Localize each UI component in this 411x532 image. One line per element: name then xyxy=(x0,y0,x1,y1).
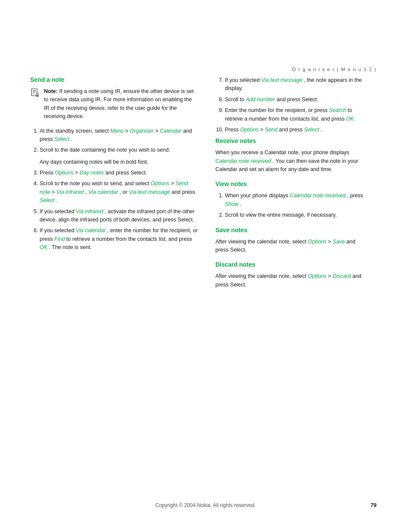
save-notes-para: After viewing the calendar note, select … xyxy=(215,238,366,255)
note-bold: Note: xyxy=(44,88,58,94)
step-5-link1: Via infrared xyxy=(76,208,103,215)
right-step-8-link: Add number xyxy=(246,96,275,103)
steps-list-2: Press Options > Day notes and press Sele… xyxy=(30,169,198,252)
right-step-7-link: Via text message xyxy=(261,77,302,83)
right-column: If you selected Via text message , the n… xyxy=(215,76,366,296)
view-notes-section: View notes When your phone displays Cale… xyxy=(215,180,366,219)
step-3-link1: Options xyxy=(55,170,73,176)
discard-notes-title: Discard notes xyxy=(215,261,366,268)
steps-list: At the standby screen, select Menu > Org… xyxy=(30,127,198,155)
step-6-link3: OK xyxy=(40,244,47,250)
right-step-10-link3: Select xyxy=(304,127,319,133)
step-6-link1: Via calendar xyxy=(76,227,106,233)
view-notes-title: View notes xyxy=(215,180,366,187)
right-step-9-link1: Search xyxy=(329,107,346,113)
save-notes-title: Save notes xyxy=(215,227,366,233)
step-3: Press Options > Day notes and press Sele… xyxy=(40,169,198,177)
step-2: Scroll to the date containing the note y… xyxy=(40,146,198,154)
step-5: If you selected Via infrared , activate … xyxy=(40,208,198,224)
view-step-1-link2: Show xyxy=(225,201,238,207)
step-4-link1: Options xyxy=(151,180,169,187)
step-4-link4: Via calendar xyxy=(88,189,118,195)
step-1-link3: Calendar xyxy=(160,128,182,134)
content-area: Send a note Note: xyxy=(0,76,411,296)
right-step-8: Scroll to Add number and press Select. xyxy=(225,96,366,104)
step-6-link2: Find xyxy=(54,236,65,242)
step-4-link6: Select xyxy=(40,197,55,203)
footer-text: Copyright © 2004 Nokia. All rights reser… xyxy=(156,502,256,508)
save-notes-section: Save notes After viewing the calendar no… xyxy=(215,227,366,255)
receive-notes-section: Receive notes When you receive a Calenda… xyxy=(215,137,366,174)
note-content: If sending a note using IR, ensure the o… xyxy=(44,88,193,119)
step-4-link3: Via infrared xyxy=(56,189,84,195)
view-step-1-link1: Calendar note received xyxy=(290,193,346,199)
page-number: 79 xyxy=(371,502,377,508)
step-1-link2: Organiser xyxy=(130,128,154,134)
discard-notes-link1: Options xyxy=(308,273,327,279)
receive-notes-title: Receive notes xyxy=(215,137,366,144)
step-4: Scroll to the note you wish to send, and… xyxy=(40,180,198,205)
left-column: Send a note Note: xyxy=(30,76,198,296)
save-notes-link2: Save xyxy=(333,239,345,245)
sub-para-step2: Any days containing notes will be in bol… xyxy=(30,158,198,166)
receive-notes-para: When you receive a Calendar note, your p… xyxy=(215,149,366,174)
page: O r g a n i s e r ( M e n u 1 2 ) Send a… xyxy=(0,0,411,532)
right-step-7: If you selected Via text message , the n… xyxy=(225,76,366,93)
right-step-10: Press Options > Send and press Select . xyxy=(225,126,366,134)
view-notes-list: When your phone displays Calendar note r… xyxy=(215,192,366,219)
receive-notes-link: Calendar note received xyxy=(215,158,271,164)
footer: Copyright © 2004 Nokia. All rights reser… xyxy=(0,502,411,508)
discard-notes-para: After viewing the calendar note, select … xyxy=(215,272,366,289)
step-3-link2: Day notes xyxy=(80,170,104,176)
header-text: O r g a n i s e r ( M e n u 1 2 ) xyxy=(292,67,377,72)
right-step-9: Enter the number for the recipient, or p… xyxy=(225,106,366,123)
step-4-link5: Via text message xyxy=(129,189,170,195)
step-1-link4: Select xyxy=(54,136,69,142)
step-6: If you selected Via calendar , enter the… xyxy=(40,227,198,252)
right-step-10-link2: Send xyxy=(265,127,277,133)
view-step-2: Scroll to view the entire message, if ne… xyxy=(225,211,366,219)
discard-notes-section: Discard notes After viewing the calendar… xyxy=(215,261,366,289)
right-steps-list: If you selected Via text message , the n… xyxy=(215,76,366,134)
discard-notes-link2: Discard xyxy=(333,273,351,279)
step-1: At the standby screen, select Menu > Org… xyxy=(40,127,198,144)
step-1-link1: Menu xyxy=(110,128,124,134)
header-breadcrumb: O r g a n i s e r ( M e n u 1 2 ) xyxy=(0,0,411,76)
note-text: Note: If sending a note using IR, ensure… xyxy=(44,87,198,121)
note-box: Note: If sending a note using IR, ensure… xyxy=(30,87,198,121)
save-notes-link1: Options xyxy=(308,239,327,245)
view-step-1: When your phone displays Calendar note r… xyxy=(225,192,366,208)
send-note-title: Send a note xyxy=(30,76,198,83)
right-step-10-link1: Options xyxy=(240,127,258,133)
right-step-9-link2: OK. xyxy=(346,116,355,122)
note-icon xyxy=(30,88,40,121)
